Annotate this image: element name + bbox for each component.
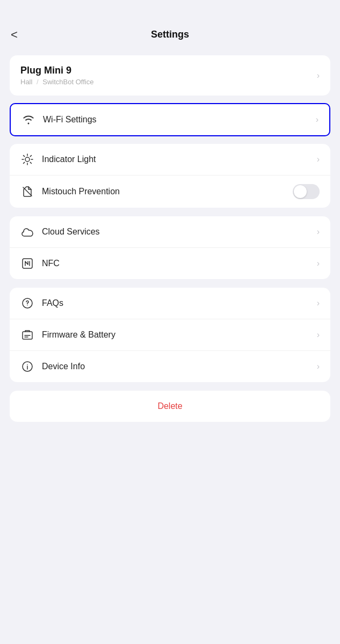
settings-page: < Settings Plug Mini 9 Hall / SwitchBot … xyxy=(0,0,340,644)
mistouch-label: Mistouch Prevention xyxy=(42,187,120,196)
firmware-chevron: › xyxy=(317,330,320,340)
back-button[interactable]: < xyxy=(11,29,18,41)
svg-point-0 xyxy=(25,157,30,162)
faqs-row[interactable]: FAQs › xyxy=(10,288,330,319)
cloud-services-label: Cloud Services xyxy=(42,227,100,237)
nfc-left: NFC xyxy=(20,257,60,270)
faqs-icon xyxy=(20,296,34,310)
indicator-light-row[interactable]: Indicator Light › xyxy=(10,144,330,175)
nfc-chevron: › xyxy=(317,259,320,268)
light-touch-card: Indicator Light › Mistouch Prevention xyxy=(10,144,330,208)
svg-line-7 xyxy=(24,162,25,163)
svg-point-18 xyxy=(27,364,28,365)
cloud-icon xyxy=(20,225,34,239)
device-location: Hall / SwitchBot Office xyxy=(20,78,93,86)
nfc-label: NFC xyxy=(42,259,60,268)
info-card: FAQs › Firmware & Battery › xyxy=(10,288,330,382)
wifi-label: Wi-Fi Settings xyxy=(43,115,97,125)
nfc-row[interactable]: NFC › xyxy=(10,247,330,279)
location-sep: / xyxy=(37,78,39,86)
page-title: Settings xyxy=(151,29,189,40)
firmware-left: Firmware & Battery xyxy=(20,328,115,342)
firmware-battery-row[interactable]: Firmware & Battery › xyxy=(10,319,330,350)
delete-label: Delete xyxy=(157,401,182,411)
faqs-left: FAQs xyxy=(20,296,63,310)
device-name: Plug Mini 9 xyxy=(20,65,93,76)
mistouch-prevention-row[interactable]: Mistouch Prevention xyxy=(10,175,330,208)
svg-line-5 xyxy=(24,156,25,157)
location-part1: Hall xyxy=(20,78,32,86)
firmware-battery-label: Firmware & Battery xyxy=(42,330,115,340)
mistouch-left: Mistouch Prevention xyxy=(20,185,120,199)
toggle-knob xyxy=(294,185,307,198)
svg-line-8 xyxy=(30,156,31,157)
mistouch-icon xyxy=(20,185,34,199)
wifi-chevron: › xyxy=(316,115,319,125)
device-info-left: Device Info xyxy=(20,360,85,374)
indicator-light-icon xyxy=(20,152,34,166)
cloud-nfc-card: Cloud Services › NFC › xyxy=(10,216,330,279)
cloud-services-chevron: › xyxy=(317,227,320,237)
device-info-text: Plug Mini 9 Hall / SwitchBot Office xyxy=(20,65,93,86)
wifi-row-left: Wi-Fi Settings xyxy=(21,113,97,127)
wifi-icon xyxy=(21,113,35,127)
device-chevron: › xyxy=(317,71,320,80)
firmware-icon xyxy=(20,328,34,342)
device-info-icon xyxy=(20,360,34,374)
device-info-chevron: › xyxy=(317,362,320,371)
device-card: Plug Mini 9 Hall / SwitchBot Office › xyxy=(10,55,330,96)
svg-point-12 xyxy=(27,305,28,306)
indicator-light-chevron: › xyxy=(317,155,320,164)
faqs-label: FAQs xyxy=(42,298,63,308)
delete-card[interactable]: Delete xyxy=(10,391,330,422)
device-info-row[interactable]: Device Info › xyxy=(10,350,330,382)
header: < Settings xyxy=(0,0,340,51)
device-row[interactable]: Plug Mini 9 Hall / SwitchBot Office › xyxy=(10,55,330,96)
wifi-settings-row[interactable]: Wi-Fi Settings › xyxy=(10,103,330,136)
location-part2: SwitchBot Office xyxy=(42,78,93,86)
indicator-light-label: Indicator Light xyxy=(42,155,96,164)
svg-line-6 xyxy=(30,162,31,163)
indicator-light-left: Indicator Light xyxy=(20,152,96,166)
cloud-services-row[interactable]: Cloud Services › xyxy=(10,216,330,247)
nfc-icon xyxy=(20,257,34,270)
cloud-services-left: Cloud Services xyxy=(20,225,100,239)
device-info-label: Device Info xyxy=(42,362,85,371)
faqs-chevron: › xyxy=(317,298,320,308)
mistouch-toggle[interactable] xyxy=(293,184,320,199)
